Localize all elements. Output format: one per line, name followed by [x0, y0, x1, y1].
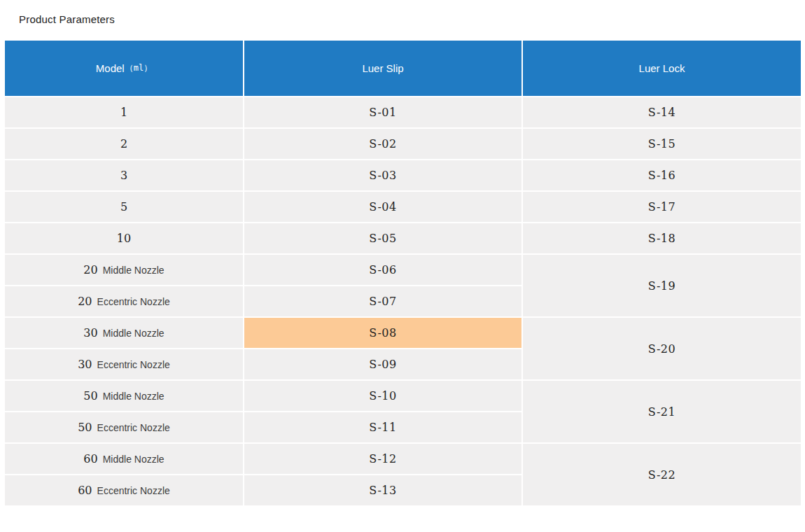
model-number: 2	[120, 137, 127, 150]
luer-lock-cell-s18[interactable]: S-18	[523, 223, 801, 253]
model-number: 20	[78, 295, 92, 308]
model-number: 3	[120, 169, 127, 182]
page-title: Product Parameters	[19, 13, 115, 25]
model-cell-10[interactable]: 10	[5, 223, 243, 253]
luer-slip-cell-s12[interactable]: S-12	[244, 444, 522, 474]
luer-slip-cell-s02[interactable]: S-02	[244, 129, 522, 159]
column-header-model-label: Model	[96, 62, 125, 74]
product-parameters-table: Model （ml） Luer Slip Luer Lock 1 S-01 S-…	[5, 41, 801, 505]
luer-slip-cell-s05[interactable]: S-05	[244, 223, 522, 253]
model-cell-20-middle[interactable]: 20 Middle Nozzle	[5, 255, 243, 285]
model-cell-3[interactable]: 3	[5, 160, 243, 190]
model-number: 1	[120, 106, 127, 119]
luer-slip-cell-s04[interactable]: S-04	[244, 192, 522, 222]
model-label: Eccentric Nozzle	[97, 422, 170, 433]
luer-lock-cell-s15[interactable]: S-15	[523, 129, 801, 159]
column-header-model: Model （ml）	[5, 41, 243, 96]
model-cell-30-eccentric[interactable]: 30 Eccentric Nozzle	[5, 349, 243, 379]
model-number: 60	[83, 452, 97, 465]
model-cell-2[interactable]: 2	[5, 129, 243, 159]
luer-lock-cell-s16[interactable]: S-16	[523, 160, 801, 190]
luer-lock-cell-s21[interactable]: S-21	[523, 381, 801, 442]
model-number: 30	[83, 326, 97, 340]
model-label: Eccentric Nozzle	[97, 359, 170, 370]
model-number: 30	[78, 358, 92, 371]
luer-slip-cell-s07[interactable]: S-07	[244, 286, 522, 316]
column-header-luer-slip: Luer Slip	[244, 41, 522, 96]
model-cell-60-eccentric[interactable]: 60 Eccentric Nozzle	[5, 475, 243, 505]
model-cell-1[interactable]: 1	[5, 97, 243, 127]
model-label: Eccentric Nozzle	[97, 485, 170, 496]
luer-slip-cell-s10[interactable]: S-10	[244, 381, 522, 411]
luer-slip-cell-s11[interactable]: S-11	[244, 412, 522, 442]
model-number: 50	[83, 389, 97, 402]
model-number: 20	[83, 263, 97, 276]
luer-slip-cell-s13[interactable]: S-13	[244, 475, 522, 505]
model-cell-30-middle[interactable]: 30 Middle Nozzle	[5, 318, 243, 348]
model-number: 50	[78, 421, 92, 434]
column-header-luer-slip-label: Luer Slip	[362, 62, 403, 74]
model-label: Middle Nozzle	[103, 328, 164, 339]
model-label: Middle Nozzle	[103, 265, 164, 276]
luer-slip-cell-s08-highlighted[interactable]: S-08	[244, 318, 522, 348]
model-label: Eccentric Nozzle	[97, 296, 170, 307]
model-number: 60	[78, 484, 92, 497]
luer-slip-cell-s01[interactable]: S-01	[244, 97, 522, 127]
luer-lock-cell-s20[interactable]: S-20	[523, 318, 801, 379]
luer-slip-cell-s03[interactable]: S-03	[244, 160, 522, 190]
column-header-model-unit: （ml）	[125, 62, 152, 74]
luer-slip-cell-s06[interactable]: S-06	[244, 255, 522, 285]
model-label: Middle Nozzle	[103, 391, 164, 402]
model-number: 5	[120, 200, 127, 214]
model-cell-60-middle[interactable]: 60 Middle Nozzle	[5, 444, 243, 474]
luer-lock-cell-s17[interactable]: S-17	[523, 192, 801, 222]
model-cell-20-eccentric[interactable]: 20 Eccentric Nozzle	[5, 286, 243, 316]
luer-lock-cell-s19[interactable]: S-19	[523, 255, 801, 316]
luer-slip-cell-s09[interactable]: S-09	[244, 349, 522, 379]
luer-lock-cell-s22[interactable]: S-22	[523, 444, 801, 505]
model-label: Middle Nozzle	[103, 454, 164, 465]
model-number: 10	[117, 232, 131, 245]
column-header-luer-lock: Luer Lock	[523, 41, 801, 96]
luer-lock-cell-s14[interactable]: S-14	[523, 97, 801, 127]
model-cell-50-eccentric[interactable]: 50 Eccentric Nozzle	[5, 412, 243, 442]
column-header-luer-lock-label: Luer Lock	[639, 62, 685, 74]
model-cell-50-middle[interactable]: 50 Middle Nozzle	[5, 381, 243, 411]
model-cell-5[interactable]: 5	[5, 192, 243, 222]
